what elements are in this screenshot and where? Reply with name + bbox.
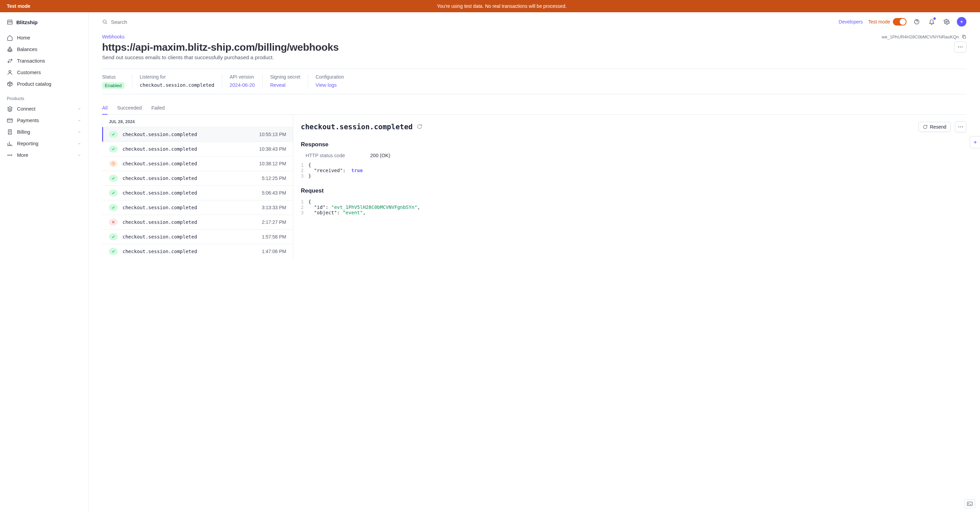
detail-overflow-button[interactable] (955, 121, 966, 132)
customers-icon (7, 69, 13, 76)
event-time: 5:06:43 PM (262, 190, 286, 195)
nav-connect[interactable]: Connect (0, 103, 88, 114)
event-status-icon (109, 175, 118, 182)
tab-succeeded[interactable]: Succeeded (117, 102, 142, 114)
svg-rect-9 (963, 36, 966, 38)
nav-label: Payments (17, 118, 39, 123)
chevron-down-icon (77, 130, 81, 134)
overflow-button[interactable] (954, 41, 966, 52)
search[interactable] (102, 19, 833, 25)
endpoint-id-group: we_1PhUR4H28C0bMCVNYNRaoKQn (882, 34, 966, 40)
create-button[interactable] (957, 17, 966, 27)
home-icon (7, 35, 13, 41)
chevron-down-icon (77, 107, 81, 111)
settings-button[interactable] (942, 17, 951, 27)
nav-payments[interactable]: Payments (0, 114, 88, 126)
nav-label: Transactions (17, 58, 45, 64)
stat-signing-secret: Signing secret Reveal (263, 74, 308, 89)
tab-failed[interactable]: Failed (151, 102, 165, 114)
payments-icon (7, 118, 13, 124)
brand-selector[interactable]: Blitzship (0, 18, 88, 32)
nav-transactions[interactable]: Transactions (0, 55, 88, 67)
event-time: 2:17:27 PM (262, 219, 286, 225)
stat-label: Signing secret (270, 74, 301, 79)
terminal-button[interactable] (964, 499, 975, 508)
event-row[interactable]: checkout.session.completed3:13:33 PM (102, 200, 293, 214)
event-date-header: JUL 28, 2024 (102, 114, 293, 127)
svg-rect-17 (967, 502, 972, 506)
stats-row: Status Enabled Listening for checkout.se… (102, 69, 966, 94)
event-row[interactable]: checkout.session.completed5:06:43 PM (102, 186, 293, 200)
search-input[interactable] (111, 19, 179, 25)
nav-more[interactable]: More (0, 149, 88, 161)
svg-point-3 (8, 155, 8, 156)
page-title: https://api-maxim.blitz-ship.com/billing… (102, 41, 339, 53)
reveal-secret-link[interactable]: Reveal (270, 82, 301, 88)
event-detail: checkout.session.completed Resend (293, 114, 966, 259)
nav-billing[interactable]: Billing (0, 126, 88, 138)
reporting-icon (7, 140, 13, 147)
event-row[interactable]: checkout.session.completed2:17:27 PM (102, 214, 293, 229)
event-row[interactable]: checkout.session.completed10:38:12 PM (102, 156, 293, 171)
event-time: 10:38:43 PM (259, 146, 286, 152)
event-time: 10:55:13 PM (259, 132, 286, 137)
http-status-row: HTTP status code 200 (OK) (301, 148, 966, 160)
stat-status: Status Enabled (102, 74, 132, 89)
svg-point-12 (962, 47, 963, 48)
event-type: checkout.session.completed (123, 249, 257, 254)
breadcrumb[interactable]: Webhooks (102, 34, 124, 40)
developers-link[interactable]: Developers (839, 19, 863, 24)
event-time: 5:12:25 PM (262, 176, 286, 181)
event-type: checkout.session.completed (123, 132, 255, 137)
event-row[interactable]: checkout.session.completed1:57:58 PM (102, 229, 293, 244)
nav-label: Reporting (17, 141, 38, 146)
event-status-icon (109, 146, 118, 152)
stat-label: Status (102, 74, 124, 79)
event-status-icon (109, 131, 118, 138)
side-create-button[interactable] (970, 136, 980, 148)
help-button[interactable] (912, 17, 921, 27)
nav-balances[interactable]: Balances (0, 44, 88, 55)
refresh-button[interactable] (417, 124, 422, 130)
notification-dot (933, 17, 936, 20)
event-type: checkout.session.completed (123, 176, 257, 181)
svg-point-10 (958, 47, 959, 48)
test-mode-toggle[interactable] (893, 18, 907, 25)
http-status-label: HTTP status code (305, 153, 370, 158)
copy-icon[interactable] (962, 34, 966, 39)
nav-home[interactable]: Home (0, 32, 88, 44)
chevron-down-icon (77, 153, 81, 157)
stat-label: Configuration (316, 74, 344, 79)
nav-reporting[interactable]: Reporting (0, 138, 88, 149)
api-version-link[interactable]: 2024-06-20 (230, 82, 255, 88)
event-row[interactable]: checkout.session.completed10:38:43 PM (102, 141, 293, 156)
tabs: All Succeeded Failed (102, 102, 966, 114)
nav-label: Home (17, 35, 30, 40)
chevron-down-icon (77, 118, 81, 122)
event-status-icon (109, 189, 118, 196)
stat-api-version: API version 2024-06-20 (222, 74, 263, 89)
test-mode-toggle-group: Test mode (868, 18, 907, 25)
refresh-icon (417, 124, 422, 129)
event-time: 10:38:12 PM (259, 161, 286, 166)
notifications-button[interactable] (927, 17, 937, 27)
help-icon (914, 19, 920, 25)
nav-product-catalog[interactable]: Product catalog (0, 78, 88, 90)
event-row[interactable]: checkout.session.completed1:47:06 PM (102, 244, 293, 259)
event-row[interactable]: checkout.session.completed5:12:25 PM (102, 171, 293, 186)
tab-all[interactable]: All (102, 102, 108, 114)
nav-label: More (17, 152, 28, 158)
response-body: 1{ 2 "received": true 3} (301, 162, 966, 179)
request-heading: Request (301, 187, 966, 194)
svg-point-1 (9, 70, 11, 73)
plus-icon (973, 140, 978, 145)
resend-button[interactable]: Resend (918, 122, 951, 132)
event-row[interactable]: checkout.session.completed10:55:13 PM (102, 127, 293, 141)
request-body: 1{ 2 "id": "evt_1PhV5lH28C0bMCVNVFgnbSYn… (301, 199, 966, 215)
stat-configuration: Configuration View logs (308, 74, 352, 89)
view-logs-link[interactable]: View logs (316, 82, 344, 88)
connect-icon (7, 106, 13, 112)
nav-customers[interactable]: Customers (0, 67, 88, 78)
dots-icon (958, 126, 963, 127)
event-status-icon (109, 204, 118, 211)
